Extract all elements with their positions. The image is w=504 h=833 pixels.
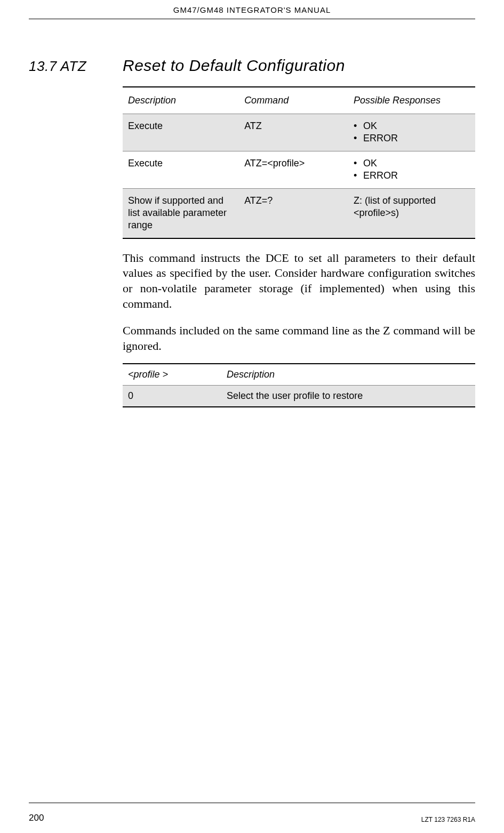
col-header-responses: Possible Responses [348, 87, 475, 114]
cell-responses: OK ERROR [348, 151, 475, 188]
paragraph: This command instructs the DCE to set al… [123, 251, 475, 311]
table-row: 0 Select the user profile to restore [123, 386, 475, 407]
table-row: Show if supported and list available par… [123, 188, 475, 238]
col-header-description: Description [123, 87, 239, 114]
section-heading: 13.7 ATZ Reset to Default Configuration [29, 57, 475, 75]
document-code: LZT 123 7263 R1A [421, 816, 475, 823]
cell-responses: Z: (list of supported <profile>s) [348, 188, 475, 238]
col-header-profile: <profile > [123, 364, 221, 386]
response-list: OK ERROR [354, 157, 470, 182]
response-item: ERROR [354, 132, 470, 145]
col-header-description: Description [221, 364, 475, 386]
table-header-row: Description Command Possible Responses [123, 87, 475, 114]
cell-description: Execute [123, 114, 239, 151]
content-area: Description Command Possible Responses E… [123, 86, 475, 407]
header-rule [29, 19, 475, 19]
section-title: Reset to Default Configuration [123, 57, 345, 75]
table-row: Execute ATZ=<profile> OK ERROR [123, 151, 475, 188]
cell-command: ATZ [239, 114, 348, 151]
cell-command: ATZ=? [239, 188, 348, 238]
response-item: ERROR [354, 170, 470, 182]
cell-description: Execute [123, 151, 239, 188]
col-header-command: Command [239, 87, 348, 114]
footer-rule [29, 803, 475, 803]
cell-command: ATZ=<profile> [239, 151, 348, 188]
section-number: 13.7 ATZ [29, 58, 123, 75]
response-item: OK [354, 157, 470, 170]
cell-profile-value: 0 [123, 386, 221, 407]
profile-table: <profile > Description 0 Select the user… [123, 363, 475, 407]
response-item: OK [354, 120, 470, 132]
running-header: GM47/GM48 INTEGRATOR'S MANUAL [29, 5, 475, 19]
cell-description: Show if supported and list available par… [123, 188, 239, 238]
response-list: OK ERROR [354, 120, 470, 145]
page-number: 200 [29, 813, 44, 823]
page: GM47/GM48 INTEGRATOR'S MANUAL 13.7 ATZ R… [0, 0, 504, 833]
paragraph: Commands included on the same command li… [123, 323, 475, 354]
command-table: Description Command Possible Responses E… [123, 86, 475, 239]
table-header-row: <profile > Description [123, 364, 475, 386]
table-row: Execute ATZ OK ERROR [123, 114, 475, 151]
cell-responses: OK ERROR [348, 114, 475, 151]
cell-profile-description: Select the user profile to restore [221, 386, 475, 407]
